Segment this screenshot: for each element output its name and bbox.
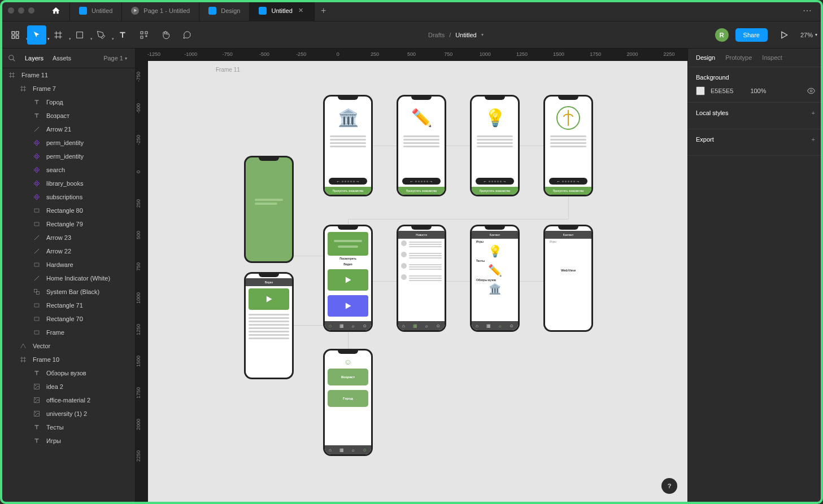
breadcrumb-file[interactable]: Untitled: [455, 32, 476, 38]
text-tool[interactable]: [113, 25, 132, 45]
layer-row[interactable]: subscriptions: [0, 190, 135, 204]
bottom-nav: ⌂▦⌕☺: [398, 321, 445, 330]
svg-rect-6: [145, 32, 147, 34]
phone-splash[interactable]: [244, 156, 294, 263]
hand-tool[interactable]: [156, 25, 175, 45]
phone-video-list[interactable]: Видео: [244, 272, 294, 379]
layer-row[interactable]: Home Indicator (White): [0, 271, 135, 285]
layer-row[interactable]: Frame: [0, 326, 135, 339]
layer-row[interactable]: Город: [0, 95, 135, 109]
main-menu-button[interactable]: ▾: [6, 25, 25, 45]
file-tab-2[interactable]: Page 1 - Untitled: [122, 0, 199, 21]
file-tab-1[interactable]: Untitled: [70, 0, 122, 21]
image-icon: [33, 410, 41, 418]
layer-row[interactable]: search: [0, 163, 135, 177]
svg-point-18: [35, 385, 36, 386]
rect-icon: [33, 207, 41, 214]
move-tool[interactable]: ▾: [27, 25, 46, 45]
share-button[interactable]: Share: [735, 28, 768, 42]
help-button[interactable]: ?: [661, 478, 677, 494]
layer-row[interactable]: Arrow 23: [0, 231, 135, 244]
ruler-horizontal: -1250-1000-750-500-250025050075010001250…: [136, 49, 687, 61]
frame-label[interactable]: Frame 11: [216, 67, 240, 73]
zoom-control[interactable]: 27% ▾: [800, 32, 817, 38]
bottom-nav: ⌂▦⌕☺: [472, 321, 518, 330]
phone-onboard-2[interactable]: ✏️ ←→ Пропустить знакомство: [397, 95, 446, 196]
layer-row[interactable]: Hardware: [0, 258, 135, 271]
phone-news[interactable]: Новости ⌂▦⌕☺: [397, 225, 446, 332]
layer-row[interactable]: Обзоры вузов: [0, 366, 135, 380]
layer-row[interactable]: Vector: [0, 339, 135, 353]
layer-row[interactable]: Игры: [0, 434, 135, 448]
layer-row[interactable]: Arrow 21: [0, 122, 135, 136]
present-button[interactable]: [774, 25, 794, 45]
phone-profile[interactable]: ☺ Возраст Город ⌂▦⌕☺: [323, 349, 373, 456]
search-icon[interactable]: [8, 54, 16, 62]
canvas[interactable]: -1250-1000-750-500-250025050075010001250…: [136, 49, 687, 504]
home-tab[interactable]: [42, 0, 70, 21]
file-tab-4[interactable]: Untitled ✕: [250, 0, 314, 21]
layers-tab[interactable]: Layers: [25, 55, 43, 62]
layer-row[interactable]: office-material 2: [0, 393, 135, 407]
layers-panel: Layers Assets Page 1▾ Frame 11Frame 7Гор…: [0, 49, 136, 504]
breadcrumb-root[interactable]: Drafts: [428, 32, 445, 38]
vector-icon: [19, 342, 27, 350]
close-icon[interactable]: ✕: [297, 7, 305, 15]
comment-tool[interactable]: [177, 25, 197, 45]
rect-icon: [33, 261, 41, 269]
file-tab-3[interactable]: Design: [199, 0, 250, 21]
layer-row[interactable]: Frame 7: [0, 82, 135, 95]
layer-row[interactable]: Rectangle 71: [0, 299, 135, 312]
chevron-down-icon[interactable]: ▾: [481, 32, 484, 37]
comp-icon: [33, 193, 41, 201]
phone-onboard-3[interactable]: 💡 ←→ Пропустить знакомство: [470, 95, 520, 196]
phone-content[interactable]: Контент Игры 💡 Тесты ✏️ Обзоры вузов 🏛️ …: [470, 225, 520, 332]
resources-tool[interactable]: [134, 25, 154, 45]
layer-row[interactable]: library_books: [0, 177, 135, 190]
assets-tab[interactable]: Assets: [53, 55, 71, 62]
color-swatch[interactable]: [696, 86, 705, 95]
window-controls[interactable]: [0, 7, 42, 14]
plus-icon[interactable]: +: [812, 136, 815, 143]
layer-row[interactable]: Rectangle 80: [0, 204, 135, 217]
layer-row[interactable]: System Bar (Black): [0, 285, 135, 299]
layer-row[interactable]: Возраст: [0, 109, 135, 122]
ruler-vertical: -750-500-2500250500750100012501500175020…: [136, 61, 148, 504]
phone-onboard-4[interactable]: ←→ Пропустить знакомство: [543, 95, 593, 196]
layer-row[interactable]: university (1) 2: [0, 407, 135, 420]
frame-tool[interactable]: ▾: [49, 25, 68, 45]
layer-row[interactable]: idea 2: [0, 380, 135, 393]
design-tab[interactable]: Design: [696, 54, 715, 61]
layer-row[interactable]: Frame 11: [0, 68, 135, 82]
layer-row[interactable]: perm_identity: [0, 136, 135, 150]
layer-row[interactable]: perm_identity: [0, 150, 135, 163]
visibility-icon[interactable]: [807, 87, 815, 95]
layer-name: search: [46, 166, 65, 173]
pen-tool[interactable]: ▾: [92, 25, 111, 45]
layer-name: Тесты: [46, 424, 64, 431]
avatar[interactable]: R: [715, 28, 729, 42]
color-hex[interactable]: E5E5E5: [711, 87, 733, 94]
new-tab-button[interactable]: +: [315, 6, 333, 16]
artboard[interactable]: Frame 11 🏛️ ←→ Пропустить знакомство ✏️ …: [148, 61, 687, 504]
layer-row[interactable]: Rectangle 79: [0, 217, 135, 231]
layer-row[interactable]: Rectangle 70: [0, 312, 135, 326]
layer-row[interactable]: Frame 10: [0, 353, 135, 366]
page-selector[interactable]: Page 1▾: [103, 55, 127, 62]
layer-name: System Bar (Black): [46, 288, 99, 295]
layer-row[interactable]: Arrow 22: [0, 244, 135, 258]
phone-home[interactable]: Посмотреть Видео ⌂▦⌕☺: [323, 225, 373, 332]
group-icon: [33, 288, 41, 296]
shape-tool[interactable]: ▾: [70, 25, 89, 45]
home-icon: [51, 6, 60, 15]
phone-onboard-1[interactable]: 🏛️ ←→ Пропустить знакомство: [323, 95, 373, 196]
inspect-tab[interactable]: Inspect: [762, 54, 782, 61]
phone-webview[interactable]: Контент Игры WebView: [543, 225, 593, 332]
color-opacity[interactable]: 100%: [750, 87, 766, 94]
plus-icon[interactable]: +: [812, 109, 815, 116]
prototype-tab[interactable]: Prototype: [725, 54, 752, 61]
svg-rect-1: [16, 32, 19, 34]
layer-name: Arrow 23: [46, 234, 71, 241]
layer-row[interactable]: Тесты: [0, 420, 135, 434]
menu-button[interactable]: ⋯: [792, 5, 823, 16]
